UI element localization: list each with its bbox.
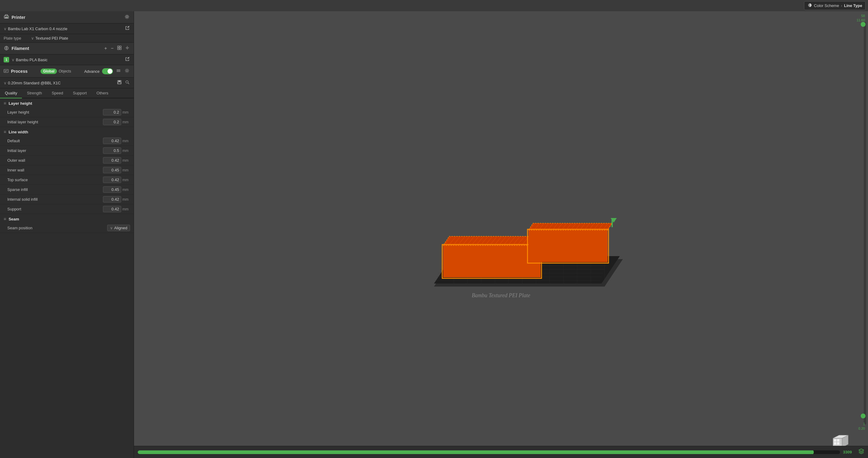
inner-wall-unit: mm (122, 168, 130, 172)
top-surface-row: Top surface mm (0, 175, 134, 185)
filament-grid-button[interactable] (117, 45, 122, 52)
layers-icon[interactable] (858, 448, 864, 456)
plate-type-label: Plate type (4, 36, 28, 40)
filament-remove-button[interactable]: − (110, 45, 114, 52)
progress-value: 3309 (843, 450, 855, 454)
svg-rect-107 (837, 439, 839, 441)
support-unit: mm (122, 207, 130, 211)
ruler-bottom-handle[interactable] (861, 414, 866, 419)
progress-handle[interactable] (808, 450, 814, 454)
tab-global[interactable]: Global (40, 68, 57, 74)
inner-wall-row: Inner wall mm (0, 165, 134, 175)
initial-layer-unit: mm (122, 149, 130, 153)
seam-position-label: Seam position (7, 226, 32, 230)
printer-section-label: Printer (11, 15, 25, 20)
support-label: Support (7, 207, 21, 211)
initial-layer-height-unit: mm (122, 120, 130, 124)
outer-wall-label: Outer wall (7, 158, 25, 163)
printer-model[interactable]: ∨ Bambu Lab X1 Carbon 0.4 nozzle (4, 27, 67, 31)
svg-rect-1 (5, 14, 8, 16)
preset-save-button[interactable] (117, 80, 122, 86)
toggle-circle (107, 69, 113, 74)
viewport[interactable]: Bambu Textured PEI Plate (134, 11, 868, 458)
inner-wall-label: Inner wall (7, 168, 24, 172)
preset-select[interactable]: ∨ 0.20mm Standard @BBL X1C (4, 81, 61, 85)
outer-wall-input[interactable] (103, 157, 121, 163)
svg-point-6 (6, 48, 7, 49)
svg-rect-10 (120, 46, 121, 48)
process-icon (4, 68, 8, 74)
filament-item-link-button[interactable] (125, 56, 130, 63)
filament-section: Filament + − (0, 43, 134, 55)
initial-layer-height-input[interactable] (103, 119, 121, 125)
preset-search-button[interactable] (125, 80, 130, 86)
process-list-button[interactable] (116, 68, 122, 75)
seam-icon: ≡ (4, 216, 6, 221)
outer-wall-value-group: mm (103, 157, 130, 163)
tab-support[interactable]: Support (68, 88, 92, 98)
svg-point-24 (126, 81, 128, 83)
preset-row: ∨ 0.20mm Standard @BBL X1C (0, 78, 134, 88)
plate-row: Plate type ∨ Textured PEI Plate (0, 34, 134, 43)
tab-speed[interactable]: Speed (47, 88, 68, 98)
tab-others[interactable]: Others (92, 88, 113, 98)
process-settings-button[interactable] (124, 68, 130, 75)
printer-title: Printer (4, 14, 25, 21)
filament-settings-button[interactable] (125, 45, 130, 52)
printer-settings-button[interactable] (124, 14, 130, 21)
printer-icon (4, 14, 9, 21)
layer-height-input[interactable] (103, 109, 121, 115)
inner-wall-input[interactable] (103, 167, 121, 173)
advance-toggle[interactable] (102, 68, 113, 74)
layer-height-icon: ≡ (4, 101, 6, 106)
initial-layer-input[interactable] (103, 147, 121, 154)
svg-rect-12 (120, 48, 121, 50)
tab-quality[interactable]: Quality (0, 88, 22, 98)
top-surface-input[interactable] (103, 177, 121, 183)
default-unit: mm (122, 139, 130, 143)
default-row: Default mm (0, 136, 134, 146)
line-width-section-header: ≡ Line width (0, 127, 134, 136)
filament-item-select[interactable]: ∨ Bambu PLA Basic (11, 58, 122, 62)
layer-height-unit: mm (122, 110, 130, 115)
progress-bar-container[interactable] (138, 450, 840, 454)
svg-rect-11 (118, 48, 119, 50)
tab-objects[interactable]: Objects (59, 69, 71, 73)
filament-name: Bambu PLA Basic (16, 58, 48, 62)
plate-value: Textured PEI Plate (35, 36, 68, 40)
seam-section-header: ≡ Seam (0, 214, 134, 223)
svg-marker-48 (443, 245, 540, 277)
printer-external-link-button[interactable] (125, 25, 130, 32)
support-input[interactable] (103, 206, 121, 212)
line-type-label: Line Type (844, 3, 862, 8)
printer-model-row: ∨ Bambu Lab X1 Carbon 0.4 nozzle (0, 24, 134, 34)
ruler-top-handle[interactable] (861, 22, 866, 27)
svg-point-4 (126, 16, 128, 18)
initial-layer-row: Initial layer mm (0, 146, 134, 156)
filament-icon (4, 45, 9, 52)
ruler-bar[interactable] (864, 22, 866, 425)
tab-strength[interactable]: Strength (22, 88, 46, 98)
filament-number: 1 (4, 57, 9, 62)
printer-model-label: Bambu Lab X1 Carbon 0.4 nozzle (8, 27, 67, 31)
plate-select[interactable]: ∨ Textured PEI Plate (31, 36, 68, 40)
chevron-down-icon-filament: ∨ (11, 58, 14, 62)
internal-solid-infill-input[interactable] (103, 196, 121, 203)
print-bed-area: Bambu Textured PEI Plate (410, 171, 592, 299)
ruler-bottom-value: 1 0.20 (859, 422, 865, 431)
preset-value: 0.20mm Standard @BBL X1C (8, 81, 61, 85)
filament-add-button[interactable]: + (103, 45, 107, 52)
seam-position-select[interactable]: ∨ Aligned (107, 225, 130, 231)
color-scheme-button[interactable]: Color Scheme › Line Type (804, 1, 866, 10)
initial-layer-label: Initial layer (7, 148, 26, 153)
filament-title: Filament (4, 45, 29, 52)
sparse-infill-input[interactable] (103, 186, 121, 193)
main-layout: Printer ∨ Bambu Lab X1 Carbon 0.4 nozzle (0, 11, 868, 458)
process-left: Process (4, 68, 27, 74)
default-input[interactable] (103, 138, 121, 144)
svg-rect-22 (118, 81, 121, 82)
internal-solid-infill-label: Internal solid infill (7, 197, 38, 202)
top-bar: Color Scheme › Line Type (0, 0, 868, 11)
chevron-right-icon: › (841, 3, 842, 8)
line-width-section-label: Line width (8, 130, 28, 134)
